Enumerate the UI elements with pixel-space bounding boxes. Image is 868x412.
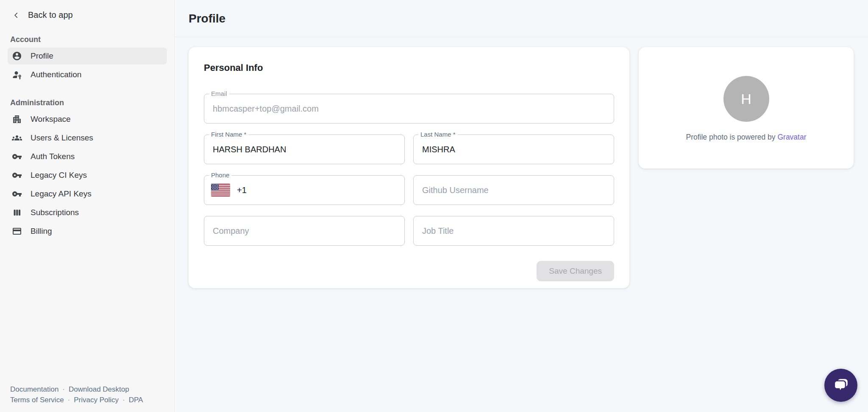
- sidebar-item-label: Workspace: [31, 115, 71, 124]
- back-to-app-label: Back to app: [28, 10, 73, 20]
- main-content: Personal Info Email First Name * Last Na…: [175, 37, 868, 412]
- sidebar-item-label: Auth Tokens: [31, 152, 75, 161]
- sidebar: Back to app Account Profile Authenticati…: [0, 0, 175, 412]
- footer-separator: ·: [122, 396, 125, 404]
- person-key-icon: [12, 70, 22, 80]
- chevron-left-icon: [12, 11, 20, 20]
- sidebar-item-subscriptions[interactable]: Subscriptions: [8, 204, 167, 221]
- credit-card-icon: [12, 226, 22, 236]
- sidebar-item-label: Users & Licenses: [31, 133, 93, 143]
- sidebar-item-authentication[interactable]: Authentication: [8, 66, 167, 83]
- company-input[interactable]: [204, 216, 404, 245]
- company-field: [204, 216, 405, 246]
- email-field: Email: [204, 94, 614, 123]
- sidebar-item-profile[interactable]: Profile: [8, 48, 167, 64]
- groups-icon: [12, 133, 22, 143]
- job-title-input[interactable]: [414, 216, 614, 245]
- chat-bubbles-icon: [832, 376, 850, 395]
- key-icon: [12, 170, 22, 180]
- sidebar-item-users-licenses[interactable]: Users & Licenses: [8, 129, 167, 146]
- phone-dial-code[interactable]: +1: [237, 185, 247, 195]
- app-root: Back to app Account Profile Authenticati…: [0, 0, 868, 412]
- sidebar-item-label: Subscriptions: [31, 208, 79, 217]
- sidebar-footer: Documentation·Download Desktop Terms of …: [10, 384, 143, 405]
- footer-link-documentation[interactable]: Documentation: [10, 385, 58, 393]
- personal-info-card: Personal Info Email First Name * Last Na…: [188, 47, 630, 289]
- github-username-field: [413, 175, 614, 205]
- building-icon: [12, 114, 22, 124]
- last-name-input[interactable]: [414, 135, 614, 164]
- phone-label: Phone: [209, 171, 231, 179]
- footer-link-dpa[interactable]: DPA: [129, 396, 143, 404]
- save-changes-button: Save Changes: [537, 261, 614, 281]
- page-title: Profile: [189, 12, 225, 25]
- gravatar-link[interactable]: Gravatar: [777, 133, 806, 141]
- gravatar-caption: Profile photo is powered by Gravatar: [686, 133, 806, 142]
- personal-info-title: Personal Info: [204, 62, 614, 73]
- sidebar-item-label: Billing: [31, 227, 52, 236]
- footer-link-privacy-policy[interactable]: Privacy Policy: [74, 396, 119, 404]
- sidebar-item-billing[interactable]: Billing: [8, 223, 167, 240]
- first-name-field: First Name *: [204, 135, 405, 164]
- sidebar-item-label: Authentication: [31, 70, 81, 79]
- gravatar-card: H Profile photo is powered by Gravatar: [638, 47, 854, 169]
- sidebar-item-label: Legacy CI Keys: [31, 171, 87, 180]
- footer-link-download-desktop[interactable]: Download Desktop: [69, 385, 129, 393]
- sidebar-item-label: Legacy API Keys: [31, 189, 92, 199]
- bars-icon: [12, 207, 22, 218]
- key-icon: [12, 151, 22, 162]
- sidebar-item-label: Profile: [31, 51, 53, 61]
- sidebar-section-administration: Administration: [10, 98, 164, 107]
- phone-field[interactable]: Phone: [204, 175, 405, 205]
- email-input: [204, 94, 614, 123]
- main-header: Profile: [175, 0, 868, 37]
- sidebar-item-workspace[interactable]: Workspace: [8, 111, 167, 128]
- us-flag-icon[interactable]: [211, 184, 230, 196]
- avatar: H: [723, 76, 769, 122]
- footer-separator: ·: [68, 396, 70, 404]
- sidebar-item-legacy-ci-keys[interactable]: Legacy CI Keys: [8, 167, 167, 184]
- first-name-input[interactable]: [204, 135, 404, 164]
- key-icon: [12, 189, 22, 199]
- chat-widget-button[interactable]: [824, 369, 857, 402]
- sidebar-item-legacy-api-keys[interactable]: Legacy API Keys: [8, 185, 167, 202]
- github-username-input[interactable]: [414, 176, 614, 205]
- footer-separator: ·: [62, 385, 65, 393]
- last-name-field: Last Name *: [413, 135, 614, 164]
- sidebar-item-auth-tokens[interactable]: Auth Tokens: [8, 148, 167, 165]
- main-area: Profile Personal Info Email First Name *…: [175, 0, 868, 412]
- back-to-app-button[interactable]: Back to app: [12, 10, 174, 20]
- gravatar-caption-text: Profile photo is powered by: [686, 133, 775, 141]
- avatar-initial: H: [741, 91, 751, 107]
- footer-link-terms-of-service[interactable]: Terms of Service: [10, 396, 64, 404]
- sidebar-section-account: Account: [10, 35, 164, 44]
- account-circle-icon: [12, 51, 22, 61]
- job-title-field: [413, 216, 614, 246]
